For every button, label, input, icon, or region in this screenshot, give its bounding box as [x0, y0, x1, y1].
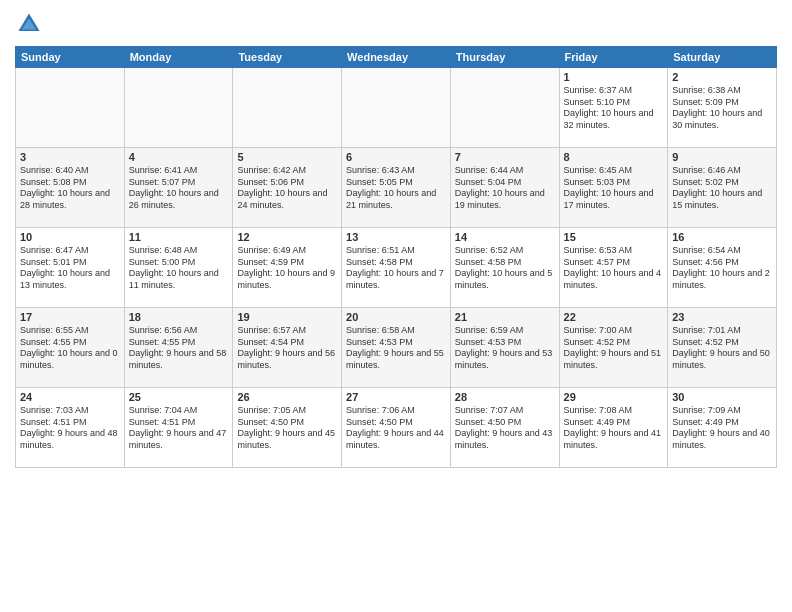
calendar-cell: 7Sunrise: 6:44 AM Sunset: 5:04 PM Daylig…: [450, 148, 559, 228]
day-info: Sunrise: 6:40 AM Sunset: 5:08 PM Dayligh…: [20, 165, 120, 212]
day-info: Sunrise: 6:56 AM Sunset: 4:55 PM Dayligh…: [129, 325, 229, 372]
day-info: Sunrise: 6:54 AM Sunset: 4:56 PM Dayligh…: [672, 245, 772, 292]
weekday-header-sunday: Sunday: [16, 47, 125, 68]
calendar-cell: 10Sunrise: 6:47 AM Sunset: 5:01 PM Dayli…: [16, 228, 125, 308]
calendar-cell: 4Sunrise: 6:41 AM Sunset: 5:07 PM Daylig…: [124, 148, 233, 228]
day-info: Sunrise: 7:06 AM Sunset: 4:50 PM Dayligh…: [346, 405, 446, 452]
day-number: 14: [455, 231, 555, 243]
calendar-cell: [124, 68, 233, 148]
day-info: Sunrise: 6:43 AM Sunset: 5:05 PM Dayligh…: [346, 165, 446, 212]
calendar-cell: 28Sunrise: 7:07 AM Sunset: 4:50 PM Dayli…: [450, 388, 559, 468]
day-info: Sunrise: 6:58 AM Sunset: 4:53 PM Dayligh…: [346, 325, 446, 372]
calendar-cell: 20Sunrise: 6:58 AM Sunset: 4:53 PM Dayli…: [342, 308, 451, 388]
calendar-cell: 22Sunrise: 7:00 AM Sunset: 4:52 PM Dayli…: [559, 308, 668, 388]
day-info: Sunrise: 6:38 AM Sunset: 5:09 PM Dayligh…: [672, 85, 772, 132]
weekday-header-wednesday: Wednesday: [342, 47, 451, 68]
calendar-cell: 8Sunrise: 6:45 AM Sunset: 5:03 PM Daylig…: [559, 148, 668, 228]
day-number: 27: [346, 391, 446, 403]
day-number: 25: [129, 391, 229, 403]
week-row-2: 3Sunrise: 6:40 AM Sunset: 5:08 PM Daylig…: [16, 148, 777, 228]
day-number: 12: [237, 231, 337, 243]
calendar-cell: 17Sunrise: 6:55 AM Sunset: 4:55 PM Dayli…: [16, 308, 125, 388]
day-number: 2: [672, 71, 772, 83]
calendar-cell: 11Sunrise: 6:48 AM Sunset: 5:00 PM Dayli…: [124, 228, 233, 308]
day-number: 10: [20, 231, 120, 243]
calendar-cell: 3Sunrise: 6:40 AM Sunset: 5:08 PM Daylig…: [16, 148, 125, 228]
day-info: Sunrise: 7:07 AM Sunset: 4:50 PM Dayligh…: [455, 405, 555, 452]
week-row-1: 1Sunrise: 6:37 AM Sunset: 5:10 PM Daylig…: [16, 68, 777, 148]
week-row-5: 24Sunrise: 7:03 AM Sunset: 4:51 PM Dayli…: [16, 388, 777, 468]
day-number: 29: [564, 391, 664, 403]
logo: [15, 10, 47, 38]
calendar-cell: 9Sunrise: 6:46 AM Sunset: 5:02 PM Daylig…: [668, 148, 777, 228]
calendar-cell: 13Sunrise: 6:51 AM Sunset: 4:58 PM Dayli…: [342, 228, 451, 308]
weekday-header-friday: Friday: [559, 47, 668, 68]
day-number: 3: [20, 151, 120, 163]
weekday-header-tuesday: Tuesday: [233, 47, 342, 68]
calendar-cell: 2Sunrise: 6:38 AM Sunset: 5:09 PM Daylig…: [668, 68, 777, 148]
day-number: 6: [346, 151, 446, 163]
day-info: Sunrise: 6:46 AM Sunset: 5:02 PM Dayligh…: [672, 165, 772, 212]
calendar-cell: [16, 68, 125, 148]
day-number: 4: [129, 151, 229, 163]
day-info: Sunrise: 6:42 AM Sunset: 5:06 PM Dayligh…: [237, 165, 337, 212]
day-info: Sunrise: 6:51 AM Sunset: 4:58 PM Dayligh…: [346, 245, 446, 292]
day-number: 1: [564, 71, 664, 83]
day-number: 18: [129, 311, 229, 323]
day-info: Sunrise: 7:03 AM Sunset: 4:51 PM Dayligh…: [20, 405, 120, 452]
calendar-cell: 27Sunrise: 7:06 AM Sunset: 4:50 PM Dayli…: [342, 388, 451, 468]
day-info: Sunrise: 6:53 AM Sunset: 4:57 PM Dayligh…: [564, 245, 664, 292]
day-info: Sunrise: 6:49 AM Sunset: 4:59 PM Dayligh…: [237, 245, 337, 292]
day-number: 5: [237, 151, 337, 163]
calendar-cell: 21Sunrise: 6:59 AM Sunset: 4:53 PM Dayli…: [450, 308, 559, 388]
calendar-cell: 25Sunrise: 7:04 AM Sunset: 4:51 PM Dayli…: [124, 388, 233, 468]
day-info: Sunrise: 6:45 AM Sunset: 5:03 PM Dayligh…: [564, 165, 664, 212]
calendar-cell: 29Sunrise: 7:08 AM Sunset: 4:49 PM Dayli…: [559, 388, 668, 468]
page: SundayMondayTuesdayWednesdayThursdayFrid…: [0, 0, 792, 612]
day-info: Sunrise: 7:01 AM Sunset: 4:52 PM Dayligh…: [672, 325, 772, 372]
day-info: Sunrise: 7:09 AM Sunset: 4:49 PM Dayligh…: [672, 405, 772, 452]
weekday-header-row: SundayMondayTuesdayWednesdayThursdayFrid…: [16, 47, 777, 68]
day-info: Sunrise: 6:48 AM Sunset: 5:00 PM Dayligh…: [129, 245, 229, 292]
calendar-cell: 26Sunrise: 7:05 AM Sunset: 4:50 PM Dayli…: [233, 388, 342, 468]
day-info: Sunrise: 7:00 AM Sunset: 4:52 PM Dayligh…: [564, 325, 664, 372]
calendar-cell: [450, 68, 559, 148]
day-number: 17: [20, 311, 120, 323]
day-info: Sunrise: 6:44 AM Sunset: 5:04 PM Dayligh…: [455, 165, 555, 212]
day-info: Sunrise: 6:59 AM Sunset: 4:53 PM Dayligh…: [455, 325, 555, 372]
calendar-cell: 12Sunrise: 6:49 AM Sunset: 4:59 PM Dayli…: [233, 228, 342, 308]
calendar-cell: 6Sunrise: 6:43 AM Sunset: 5:05 PM Daylig…: [342, 148, 451, 228]
day-info: Sunrise: 7:08 AM Sunset: 4:49 PM Dayligh…: [564, 405, 664, 452]
header: [15, 10, 777, 38]
calendar-cell: 15Sunrise: 6:53 AM Sunset: 4:57 PM Dayli…: [559, 228, 668, 308]
week-row-4: 17Sunrise: 6:55 AM Sunset: 4:55 PM Dayli…: [16, 308, 777, 388]
day-info: Sunrise: 6:41 AM Sunset: 5:07 PM Dayligh…: [129, 165, 229, 212]
calendar-cell: 5Sunrise: 6:42 AM Sunset: 5:06 PM Daylig…: [233, 148, 342, 228]
day-number: 13: [346, 231, 446, 243]
day-number: 26: [237, 391, 337, 403]
calendar-cell: 23Sunrise: 7:01 AM Sunset: 4:52 PM Dayli…: [668, 308, 777, 388]
calendar-cell: [342, 68, 451, 148]
day-number: 15: [564, 231, 664, 243]
day-number: 24: [20, 391, 120, 403]
day-number: 9: [672, 151, 772, 163]
calendar-cell: [233, 68, 342, 148]
day-info: Sunrise: 6:47 AM Sunset: 5:01 PM Dayligh…: [20, 245, 120, 292]
day-number: 11: [129, 231, 229, 243]
logo-icon: [15, 10, 43, 38]
day-number: 8: [564, 151, 664, 163]
day-info: Sunrise: 7:04 AM Sunset: 4:51 PM Dayligh…: [129, 405, 229, 452]
day-number: 19: [237, 311, 337, 323]
calendar-cell: 1Sunrise: 6:37 AM Sunset: 5:10 PM Daylig…: [559, 68, 668, 148]
day-info: Sunrise: 6:55 AM Sunset: 4:55 PM Dayligh…: [20, 325, 120, 372]
day-number: 22: [564, 311, 664, 323]
day-info: Sunrise: 6:57 AM Sunset: 4:54 PM Dayligh…: [237, 325, 337, 372]
calendar-table: SundayMondayTuesdayWednesdayThursdayFrid…: [15, 46, 777, 468]
day-number: 21: [455, 311, 555, 323]
day-number: 16: [672, 231, 772, 243]
day-number: 7: [455, 151, 555, 163]
calendar-cell: 30Sunrise: 7:09 AM Sunset: 4:49 PM Dayli…: [668, 388, 777, 468]
calendar-cell: 24Sunrise: 7:03 AM Sunset: 4:51 PM Dayli…: [16, 388, 125, 468]
calendar-cell: 18Sunrise: 6:56 AM Sunset: 4:55 PM Dayli…: [124, 308, 233, 388]
calendar-cell: 14Sunrise: 6:52 AM Sunset: 4:58 PM Dayli…: [450, 228, 559, 308]
